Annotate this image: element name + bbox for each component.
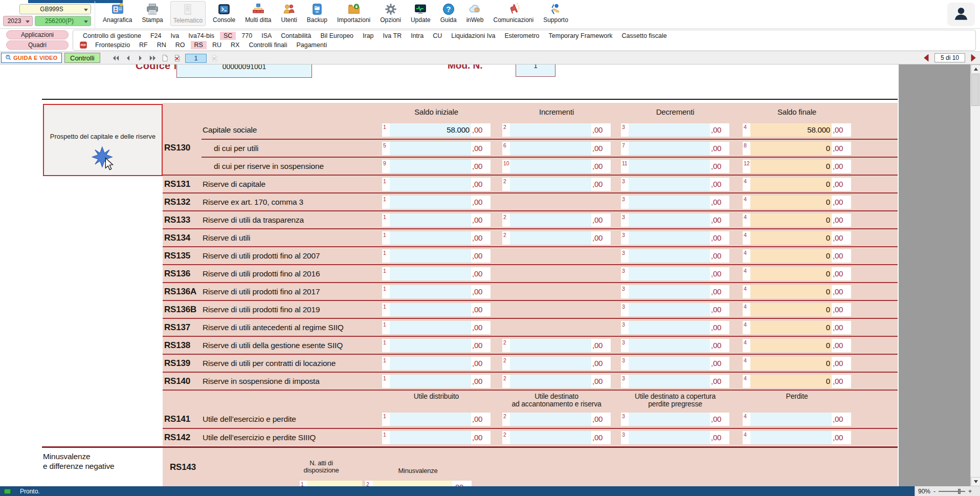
field-4[interactable]: 40,00: [743, 231, 851, 245]
menu-item-iva74-bis[interactable]: Iva74-bis: [185, 32, 218, 40]
field-4[interactable]: 40,00: [743, 213, 851, 227]
field-1[interactable]: 1,00: [382, 178, 491, 191]
field-4[interactable]: 40,00: [743, 375, 851, 388]
field-input[interactable]: [629, 142, 710, 155]
field-input[interactable]: 0: [750, 213, 832, 227]
toolbar-button-opzioni[interactable]: Opzioni: [377, 1, 404, 25]
field-input[interactable]: [390, 321, 471, 334]
field-3[interactable]: 3,00: [621, 178, 729, 191]
menu-item-770[interactable]: 770: [238, 32, 256, 40]
field-2[interactable]: 2,00: [502, 213, 611, 227]
field-3[interactable]: 3,00: [621, 249, 729, 263]
menu-item-temporary-framework[interactable]: Temporary Framework: [545, 32, 616, 40]
menu-item-pagamenti[interactable]: Pagamenti: [293, 41, 330, 49]
menu-item-bil-europeo[interactable]: Bil Europeo: [317, 32, 357, 40]
field-1[interactable]: 1,00: [382, 285, 491, 298]
field-10[interactable]: 10,00: [502, 160, 611, 173]
field-4[interactable]: 40,00: [743, 339, 851, 352]
menu-item-iva[interactable]: Iva: [167, 32, 183, 40]
mod-n-field[interactable]: 1: [516, 64, 555, 77]
field-input[interactable]: [390, 160, 471, 173]
nav-next-icon[interactable]: [136, 54, 145, 62]
field-4[interactable]: 40,00: [743, 196, 851, 209]
next-page-icon[interactable]: [968, 53, 977, 62]
field-8[interactable]: 80,00: [743, 142, 851, 155]
field-4[interactable]: 40,00: [743, 178, 851, 191]
field-1[interactable]: 1,00: [382, 303, 491, 316]
scroll-down-icon[interactable]: [971, 477, 980, 486]
field-input[interactable]: [629, 178, 710, 191]
field-input[interactable]: [390, 375, 471, 388]
field-3[interactable]: 3,00: [621, 213, 729, 227]
toolbar-button-inweb[interactable]: inWeb: [464, 1, 486, 25]
field-3[interactable]: 3,00: [621, 123, 729, 137]
menu-item-ru[interactable]: RU: [209, 41, 225, 49]
field-input[interactable]: [390, 303, 471, 316]
field-input[interactable]: [390, 339, 471, 352]
field-4[interactable]: 458.000,00: [743, 123, 851, 137]
field-input[interactable]: 0: [750, 178, 832, 191]
field-3[interactable]: 3,00: [621, 285, 729, 298]
field-input[interactable]: [510, 123, 591, 137]
field-1[interactable]: 1,00: [382, 431, 491, 444]
controlli-button[interactable]: Controlli: [64, 53, 100, 63]
quadri-button[interactable]: Quadri: [6, 40, 69, 50]
field-input[interactable]: [510, 413, 591, 426]
menu-item-cassetto-fiscale[interactable]: Cassetto fiscale: [618, 32, 671, 40]
menu-item-contabilit[interactable]: Contabilità: [277, 32, 315, 40]
field-3[interactable]: 3,00: [621, 413, 729, 426]
field-3[interactable]: 3,00: [621, 357, 729, 370]
field-9[interactable]: 9,00: [382, 160, 491, 173]
field-input[interactable]: 0: [750, 196, 832, 209]
toolbar-button-console[interactable]: Console: [210, 1, 238, 25]
field-input[interactable]: [629, 123, 710, 137]
field-input[interactable]: [629, 303, 710, 316]
toolbar-button-backup[interactable]: Backup: [304, 1, 330, 25]
field-input[interactable]: [390, 357, 471, 370]
zoom-slider[interactable]: [939, 491, 965, 492]
field-2[interactable]: 2,00: [502, 357, 611, 370]
field-input[interactable]: [510, 160, 591, 173]
menu-item-f24[interactable]: F24: [147, 32, 165, 40]
menu-item-rs[interactable]: RS: [191, 41, 207, 49]
field-input[interactable]: 0: [750, 357, 832, 370]
field-input[interactable]: [629, 285, 710, 298]
toolbar-button-guida[interactable]: ?Guida: [438, 1, 459, 25]
menu-item-iva-tr[interactable]: Iva TR: [380, 32, 406, 40]
field-input[interactable]: [510, 431, 591, 444]
toolbar-button-update[interactable]: Update: [408, 1, 433, 25]
field-4[interactable]: 40,00: [743, 285, 851, 298]
field-input[interactable]: [390, 178, 471, 191]
codice-fiscale-field[interactable]: 00000091001: [176, 64, 312, 78]
field-input[interactable]: [750, 431, 832, 444]
module-number-input[interactable]: 1: [185, 54, 207, 63]
field-input[interactable]: [750, 413, 832, 426]
prev-page-icon[interactable]: [922, 53, 931, 62]
field-rs143-2[interactable]: 2 ,00: [365, 481, 472, 486]
field-2[interactable]: 2,00: [502, 431, 611, 444]
field-7[interactable]: 7,00: [621, 142, 729, 155]
field-4[interactable]: 40,00: [743, 249, 851, 263]
toolbar-button-supporto[interactable]: Supporto: [541, 1, 571, 25]
nav-prev-icon[interactable]: [124, 54, 132, 62]
field-1[interactable]: 1,00: [382, 339, 491, 352]
vertical-scrollbar[interactable]: [970, 64, 980, 486]
field-3[interactable]: 3,00: [621, 339, 729, 352]
toolbar-button-utenti[interactable]: Utenti: [278, 1, 299, 25]
field-input[interactable]: [510, 213, 591, 227]
field-input[interactable]: 0: [750, 375, 832, 388]
field-input[interactable]: 58.000: [750, 123, 832, 137]
menu-item-controlli-finali[interactable]: Controlli finali: [245, 41, 291, 49]
scrollbar-thumb[interactable]: [971, 74, 979, 106]
field-3[interactable]: 3,00: [621, 303, 729, 316]
field-input[interactable]: 58.000: [390, 123, 471, 137]
field-3[interactable]: 3,00: [621, 196, 729, 209]
year-select[interactable]: 2023: [3, 16, 33, 26]
prospetto-box[interactable]: Prospetto del capitale e delle riserve: [43, 104, 163, 176]
menu-item-intra[interactable]: Intra: [407, 32, 427, 40]
field-1[interactable]: 1,00: [382, 267, 491, 281]
field-4[interactable]: 40,00: [743, 267, 851, 281]
field-3[interactable]: 3,00: [621, 321, 729, 334]
field-input[interactable]: [629, 413, 710, 426]
field-input[interactable]: [390, 285, 471, 298]
